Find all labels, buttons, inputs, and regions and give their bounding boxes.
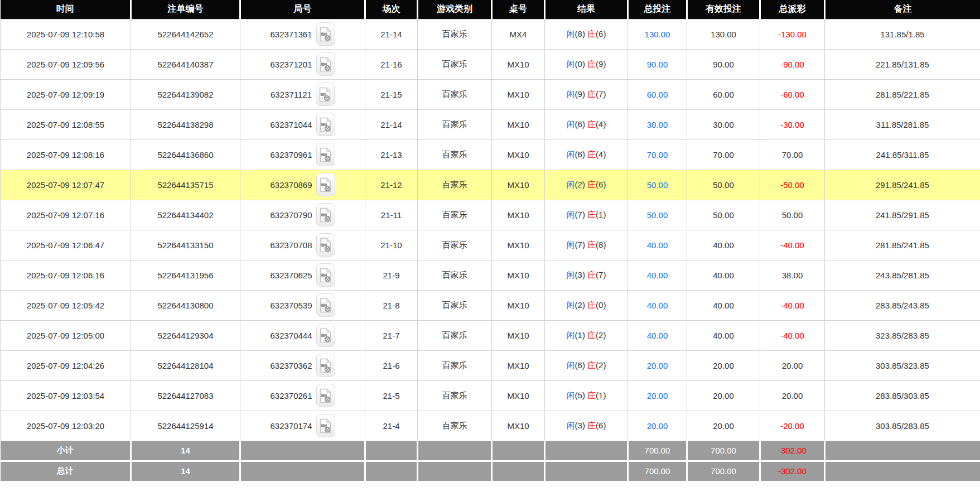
- cell-remark: 241.85/311.85: [825, 139, 980, 170]
- video-replay-button[interactable]: [316, 384, 335, 407]
- footer-count: 14: [131, 461, 240, 481]
- video-replay-button[interactable]: [316, 113, 335, 136]
- result-banker-label: 庄: [587, 300, 596, 310]
- footer-total-bet: 700.00: [628, 441, 687, 461]
- round-number-group: 632371044: [243, 113, 363, 136]
- cell-result: 闲(3) 庄(6): [545, 411, 628, 441]
- cell-round-number: 632370539: [240, 290, 365, 320]
- video-replay-button[interactable]: [316, 83, 335, 106]
- cell-total-bet: 20.00: [628, 350, 687, 380]
- cell-result: 闲(8) 庄(6): [545, 19, 628, 49]
- cell-session: 21-7: [365, 320, 418, 350]
- result-banker-score: (2): [596, 330, 606, 340]
- cell-bet-number: 522644140387: [131, 49, 240, 79]
- round-number-group: 632370790: [243, 203, 363, 226]
- video-replay-button[interactable]: [316, 324, 335, 347]
- cell-payout: 38.00: [760, 260, 825, 290]
- cell-game-type: 百家乐: [418, 260, 492, 290]
- table-row: 2025-07-09 12:09:56522644140387632371201…: [1, 49, 980, 79]
- cell-table-number: MX10: [492, 350, 545, 380]
- cell-valid-bet: 40.00: [687, 230, 760, 260]
- cell-table-number: MX10: [492, 79, 545, 109]
- video-icon: [320, 298, 331, 313]
- cell-remark: 303.85/323.85: [825, 350, 980, 380]
- cell-round-number: 632370869: [240, 170, 365, 200]
- cell-time: 2025-07-09 12:06:16: [1, 260, 131, 290]
- cell-bet-number: 522644131956: [131, 260, 240, 290]
- footer-empty-cell: [365, 441, 418, 461]
- video-icon: [320, 57, 331, 72]
- cell-session: 21-4: [365, 411, 418, 441]
- video-replay-button[interactable]: [316, 354, 335, 377]
- column-header-payout: 总派彩: [760, 0, 825, 19]
- result-player-label: 闲: [567, 390, 575, 400]
- video-replay-button[interactable]: [316, 414, 335, 437]
- column-header-remark: 备注: [825, 0, 980, 19]
- video-replay-button[interactable]: [316, 173, 335, 196]
- column-header-bet-no: 注单编号: [131, 0, 240, 19]
- result-banker-score: (4): [596, 119, 606, 129]
- cell-bet-number: 522644125914: [131, 411, 240, 441]
- cell-total-bet: 50.00: [628, 200, 687, 230]
- column-header-session: 场次: [365, 0, 418, 19]
- footer-empty-cell: [492, 461, 545, 481]
- column-header-time: 时间: [1, 0, 131, 19]
- footer-empty-cell: [365, 461, 418, 481]
- video-replay-button[interactable]: [316, 293, 335, 317]
- cell-result: 闲(7) 庄(8): [545, 230, 628, 260]
- cell-valid-bet: 20.00: [687, 411, 760, 441]
- video-replay-button[interactable]: [316, 233, 335, 257]
- result-banker-score: (7): [596, 89, 606, 99]
- cell-result: 闲(9) 庄(7): [545, 79, 628, 109]
- cell-table-number: MX10: [492, 139, 545, 170]
- table-header: 时间注单编号局号场次游戏类别桌号结果总投注有效投注总派彩备注: [1, 0, 980, 19]
- result-player-score: (6): [575, 149, 588, 159]
- video-replay-button[interactable]: [316, 22, 335, 46]
- table-body: 2025-07-09 12:10:58522644142652632371361…: [1, 19, 980, 441]
- cell-bet-number: 522644136860: [131, 139, 240, 170]
- result-banker-label: 庄: [587, 180, 596, 189]
- video-replay-button[interactable]: [316, 203, 335, 226]
- cell-result: 闲(2) 庄(6): [545, 170, 628, 200]
- cell-game-type: 百家乐: [418, 350, 492, 380]
- cell-result: 闲(6) 庄(4): [545, 109, 628, 139]
- footer-valid-bet: 700.00: [687, 461, 760, 481]
- cell-round-number: 632370625: [240, 260, 365, 290]
- result-banker-label: 庄: [587, 149, 596, 159]
- cell-valid-bet: 20.00: [687, 380, 760, 411]
- cell-time: 2025-07-09 12:05:42: [1, 290, 131, 320]
- cell-payout: 20.00: [760, 380, 825, 411]
- cell-result: 闲(2) 庄(0): [545, 290, 628, 320]
- footer-remark: [825, 461, 980, 481]
- result-banker-label: 庄: [587, 29, 596, 38]
- result-player-label: 闲: [567, 300, 575, 310]
- round-number-group: 632370708: [243, 233, 363, 257]
- cell-valid-bet: 60.00: [687, 79, 760, 109]
- round-number-group: 632370444: [243, 324, 363, 347]
- cell-table-number: MX10: [492, 411, 545, 441]
- round-number-text: 632371044: [270, 120, 312, 129]
- video-icon: [320, 328, 331, 343]
- result-player-label: 闲: [567, 330, 575, 340]
- table-footer: 小计14700.00700.00-302.00总计14700.00700.00-…: [1, 441, 980, 481]
- bet-history-page: 时间注单编号局号场次游戏类别桌号结果总投注有效投注总派彩备注 2025-07-0…: [0, 0, 980, 492]
- video-icon: [320, 358, 331, 373]
- cell-round-number: 632370444: [240, 320, 365, 350]
- result-banker-label: 庄: [587, 59, 596, 69]
- video-replay-button[interactable]: [316, 143, 335, 166]
- result-player-label: 闲: [567, 421, 575, 430]
- result-banker-score: (8): [596, 240, 606, 249]
- video-replay-button[interactable]: [316, 52, 335, 76]
- cell-total-bet: 40.00: [628, 260, 687, 290]
- cell-table-number: MX10: [492, 290, 545, 320]
- cell-payout: -40.00: [760, 320, 825, 350]
- result-player-label: 闲: [567, 210, 575, 219]
- video-replay-button[interactable]: [316, 263, 335, 287]
- result-player-label: 闲: [567, 360, 575, 370]
- cell-game-type: 百家乐: [418, 380, 492, 411]
- header-row: 时间注单编号局号场次游戏类别桌号结果总投注有效投注总派彩备注: [1, 0, 980, 19]
- cell-table-number: MX10: [492, 260, 545, 290]
- cell-total-bet: 60.00: [628, 79, 687, 109]
- video-icon: [320, 238, 331, 253]
- cell-time: 2025-07-09 12:05:00: [1, 320, 131, 350]
